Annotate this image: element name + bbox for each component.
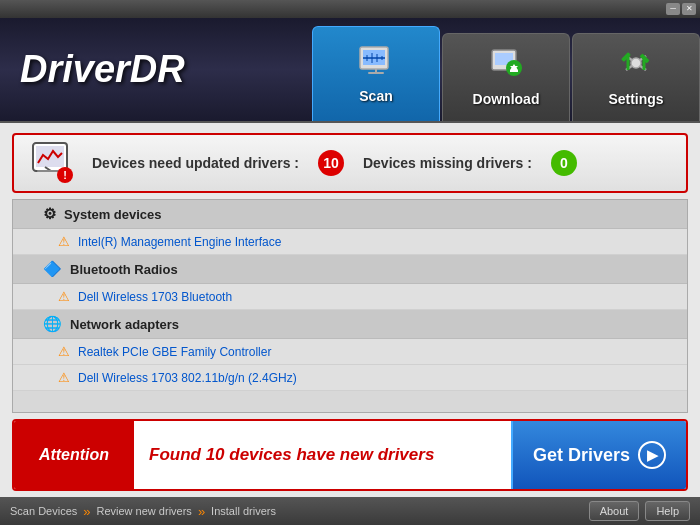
attention-message: Found 10 devices have new drivers bbox=[134, 421, 511, 489]
step2-label: Review new drivers bbox=[97, 505, 192, 517]
nav-tabs: Scan Download bbox=[310, 18, 700, 121]
system-devices-icon: ⚙ bbox=[43, 205, 56, 223]
logo: DriverDR bbox=[0, 38, 205, 101]
list-item[interactable]: ⚠ Dell Wireless 1703 802.11b/g/n (2.4GHz… bbox=[13, 365, 687, 391]
status-monitor-icon: ! bbox=[29, 139, 77, 187]
tab-scan-label: Scan bbox=[359, 88, 392, 104]
get-drivers-button[interactable]: Get Drivers ▶ bbox=[511, 421, 686, 489]
logo-text: DriverDR bbox=[20, 48, 185, 90]
svg-rect-25 bbox=[37, 170, 61, 172]
footer-buttons: About Help bbox=[589, 501, 690, 521]
svg-point-17 bbox=[631, 58, 641, 68]
bluetooth-icon: 🔷 bbox=[43, 260, 62, 278]
tab-download-label: Download bbox=[473, 91, 540, 107]
arrow-icon: ▶ bbox=[638, 441, 666, 469]
step3-label: Install drivers bbox=[211, 505, 276, 517]
device-name: Dell Wireless 1703 Bluetooth bbox=[78, 290, 232, 304]
step-separator1: » bbox=[83, 504, 90, 519]
main-window: DriverDR S bbox=[0, 18, 700, 525]
category-label: Network adapters bbox=[70, 317, 179, 332]
device-list-container[interactable]: ⚙ System devices ⚠ Intel(R) Management E… bbox=[12, 199, 688, 413]
category-network-adapters: 🌐 Network adapters bbox=[13, 310, 687, 339]
warning-icon: ⚠ bbox=[58, 370, 70, 385]
status-panel: ! Devices need updated drivers : 10 Devi… bbox=[12, 133, 688, 193]
attention-label: Attention bbox=[14, 421, 134, 489]
category-label: System devices bbox=[64, 207, 162, 222]
get-drivers-label: Get Drivers bbox=[533, 445, 630, 466]
list-item[interactable]: ⚠ Realtek PCIe GBE Family Controller bbox=[13, 339, 687, 365]
content-area: ! Devices need updated drivers : 10 Devi… bbox=[0, 123, 700, 497]
header: DriverDR S bbox=[0, 18, 700, 123]
svg-text:!: ! bbox=[63, 169, 67, 181]
status-text1: Devices need updated drivers : bbox=[92, 155, 299, 171]
updated-drivers-count: 10 bbox=[318, 150, 344, 176]
category-system-devices: ⚙ System devices bbox=[13, 200, 687, 229]
category-bluetooth-radios: 🔷 Bluetooth Radios bbox=[13, 255, 687, 284]
missing-drivers-count: 0 bbox=[551, 150, 577, 176]
close-button[interactable]: ✕ bbox=[682, 3, 696, 15]
download-icon bbox=[488, 48, 524, 85]
warning-icon: ⚠ bbox=[58, 289, 70, 304]
settings-icon bbox=[618, 48, 654, 85]
device-name: Realtek PCIe GBE Family Controller bbox=[78, 345, 271, 359]
footer: Scan Devices » Review new drivers » Inst… bbox=[0, 497, 700, 525]
device-name: Dell Wireless 1703 802.11b/g/n (2.4GHz) bbox=[78, 371, 297, 385]
step1-label: Scan Devices bbox=[10, 505, 77, 517]
scan-icon bbox=[358, 45, 394, 82]
about-button[interactable]: About bbox=[589, 501, 640, 521]
network-icon: 🌐 bbox=[43, 315, 62, 333]
category-label: Bluetooth Radios bbox=[70, 262, 178, 277]
step-separator2: » bbox=[198, 504, 205, 519]
help-button[interactable]: Help bbox=[645, 501, 690, 521]
tab-scan[interactable]: Scan bbox=[312, 26, 440, 121]
status-text2: Devices missing drivers : bbox=[363, 155, 532, 171]
warning-icon: ⚠ bbox=[58, 234, 70, 249]
device-list: ⚙ System devices ⚠ Intel(R) Management E… bbox=[13, 200, 687, 391]
attention-bar: Attention Found 10 devices have new driv… bbox=[12, 419, 688, 491]
tab-download[interactable]: Download bbox=[442, 33, 570, 121]
title-bar: ─ ✕ bbox=[0, 0, 700, 18]
list-item[interactable]: ⚠ Intel(R) Management Engine Interface bbox=[13, 229, 687, 255]
device-name: Intel(R) Management Engine Interface bbox=[78, 235, 281, 249]
svg-rect-3 bbox=[368, 72, 384, 74]
tab-settings-label: Settings bbox=[608, 91, 663, 107]
footer-steps: Scan Devices » Review new drivers » Inst… bbox=[10, 504, 276, 519]
tab-settings[interactable]: Settings bbox=[572, 33, 700, 121]
list-item[interactable]: ⚠ Dell Wireless 1703 Bluetooth bbox=[13, 284, 687, 310]
warning-icon: ⚠ bbox=[58, 344, 70, 359]
minimize-button[interactable]: ─ bbox=[666, 3, 680, 15]
